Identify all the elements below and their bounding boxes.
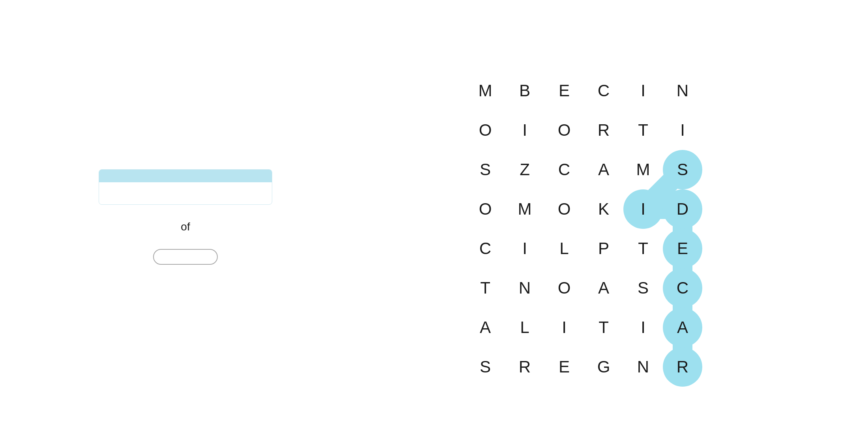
grid-cell[interactable]: C	[544, 150, 584, 189]
grid-cell[interactable]: E	[544, 71, 584, 110]
grid-cell[interactable]: I	[663, 110, 702, 150]
left-panel: of	[47, 169, 324, 265]
grid-cell[interactable]: N	[505, 268, 544, 308]
theme-label	[99, 170, 272, 182]
grid-cell[interactable]: C	[466, 229, 505, 268]
grid-cell[interactable]: S	[466, 150, 505, 189]
grid-cell[interactable]: O	[544, 110, 584, 150]
grid-cell[interactable]: S	[623, 268, 663, 308]
grid-cell[interactable]: Z	[505, 150, 544, 189]
grid-cell[interactable]: M	[623, 150, 663, 189]
grid-cell[interactable]: I	[623, 71, 663, 110]
theme-value	[99, 182, 272, 204]
grid-cell[interactable]: S	[663, 150, 702, 189]
grid-cell[interactable]: E	[663, 229, 702, 268]
grid-cell[interactable]: A	[663, 308, 702, 347]
grid-cell[interactable]: T	[623, 229, 663, 268]
grid-cell[interactable]: O	[544, 189, 584, 229]
grid-cell[interactable]: O	[466, 110, 505, 150]
grid-cell[interactable]: B	[505, 71, 544, 110]
grid-cell[interactable]: O	[544, 268, 584, 308]
grid-cell[interactable]: N	[623, 347, 663, 387]
grid-cell[interactable]: G	[584, 347, 623, 387]
grid-cell[interactable]: M	[505, 189, 544, 229]
grid-cell[interactable]: I	[505, 229, 544, 268]
hint-button[interactable]	[153, 249, 218, 265]
grid-cell[interactable]: T	[466, 268, 505, 308]
grid-cell[interactable]: D	[663, 189, 702, 229]
grid-cell[interactable]: A	[584, 268, 623, 308]
grid-cell[interactable]: I	[544, 308, 584, 347]
grid-cell[interactable]: I	[505, 110, 544, 150]
grid-cell[interactable]: M	[466, 71, 505, 110]
grid-cell[interactable]: E	[544, 347, 584, 387]
right-panel: MBECINOIORTISZCAMSOMOKIDCILPTETNOASCALIT…	[347, 47, 821, 387]
grid-cell[interactable]: I	[623, 308, 663, 347]
progress-text: of	[181, 221, 190, 233]
grid-cell[interactable]: K	[584, 189, 623, 229]
grid-cell[interactable]: T	[623, 110, 663, 150]
grid-wrapper: MBECINOIORTISZCAMSOMOKIDCILPTETNOASCALIT…	[466, 71, 702, 387]
grid-cell[interactable]: R	[584, 110, 623, 150]
letter-grid[interactable]: MBECINOIORTISZCAMSOMOKIDCILPTETNOASCALIT…	[466, 71, 702, 387]
grid-cell[interactable]: S	[466, 347, 505, 387]
grid-cell[interactable]: O	[466, 189, 505, 229]
grid-cell[interactable]: N	[663, 71, 702, 110]
grid-cell[interactable]: C	[584, 71, 623, 110]
grid-cell[interactable]: T	[584, 308, 623, 347]
grid-cell[interactable]: C	[663, 268, 702, 308]
grid-cell[interactable]: L	[544, 229, 584, 268]
grid-cell[interactable]: A	[466, 308, 505, 347]
theme-card	[99, 169, 272, 205]
grid-cell[interactable]: P	[584, 229, 623, 268]
grid-cell[interactable]: R	[663, 347, 702, 387]
grid-cell[interactable]: L	[505, 308, 544, 347]
grid-cell[interactable]: A	[584, 150, 623, 189]
grid-cell[interactable]: I	[623, 189, 663, 229]
grid-cell[interactable]: R	[505, 347, 544, 387]
